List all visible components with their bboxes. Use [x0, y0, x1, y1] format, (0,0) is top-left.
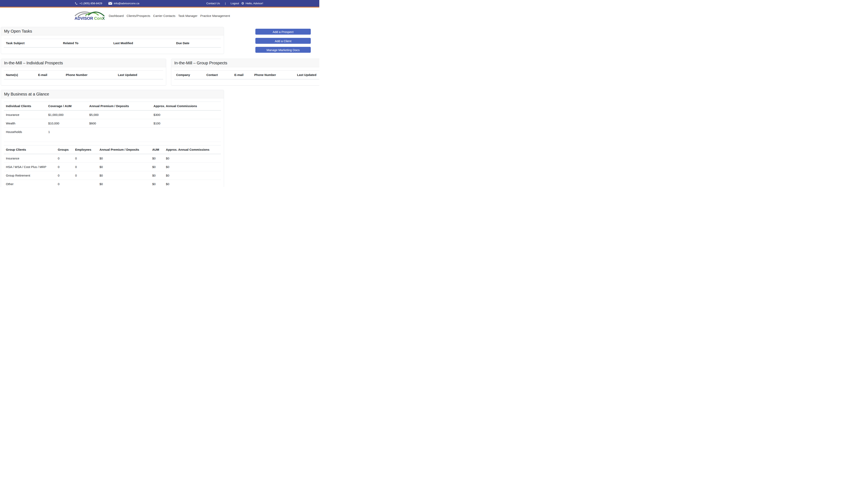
group-prospects-table: CompanyContactE-mailPhone NumberLast Upd…	[174, 70, 319, 79]
column-header: Name(s)	[4, 71, 36, 79]
topbar-user-area: Contact Us | Logout ⚙ Hello, Advisor!	[206, 0, 263, 7]
table-row: Insurance00$0$0$0	[4, 154, 221, 163]
individual-clients-table: Individual ClientsCoverage / AUMAnnual P…	[4, 101, 221, 142]
group-clients-table: Group ClientsGroupsEmployeesAnnual Premi…	[4, 145, 221, 187]
cell: 0	[73, 163, 97, 171]
cell: Insurance	[4, 110, 46, 119]
column-header: Related To	[61, 39, 111, 47]
cell	[151, 128, 221, 142]
cell: Group Retirement	[4, 171, 56, 180]
cell: 0	[56, 171, 73, 180]
cell: $1,000,000	[46, 110, 87, 119]
cell: Other	[4, 180, 56, 187]
cell	[87, 128, 151, 142]
table-row: HSA / WSA / Cost Plus / MRP00$0$0$0	[4, 163, 221, 171]
column-header: Groups	[56, 146, 73, 154]
column-header: Group Clients	[4, 146, 56, 154]
cell: Insurance	[4, 154, 56, 163]
group-prospects-card: In-the-Mill – Group Prospects CompanyCon…	[171, 59, 319, 85]
table-header-row: Group ClientsGroupsEmployeesAnnual Premi…	[4, 146, 221, 154]
column-header: Due Date	[174, 39, 221, 47]
column-header: E-mail	[36, 71, 64, 79]
table-row: Wealth$10,000$600$100	[4, 119, 221, 128]
top-utility-bar: +1 (905) 856-8429 info@advisorconx.ca Co…	[0, 0, 319, 8]
manage-marketing-docs-button[interactable]: Manage Marketing Docs	[255, 47, 311, 53]
cell: $10,000	[46, 119, 87, 128]
column-header: Approx. Annual Commissions	[151, 102, 221, 111]
table-header-row: CompanyContactE-mailPhone NumberLast Upd…	[174, 71, 319, 79]
open-tasks-table: Task SubjectRelated ToLast ModifiedDue D…	[4, 39, 221, 47]
table-row: Households1	[4, 128, 221, 142]
my-open-tasks-card: My Open Tasks Task SubjectRelated ToLast…	[1, 27, 224, 54]
cell: $0	[164, 154, 221, 163]
cell: $0	[97, 163, 150, 171]
column-header: Company	[174, 71, 204, 79]
section-title-business-glance: My Business at a Glance	[1, 90, 224, 98]
contact-us-link[interactable]: Contact Us	[206, 2, 220, 5]
table-row: Other0$0$0$0	[4, 180, 221, 187]
column-header: Last Updated	[295, 71, 319, 79]
business-at-a-glance-card: My Business at a Glance Individual Clien…	[1, 90, 224, 187]
cell: $0	[164, 171, 221, 180]
logout-link[interactable]: Logout	[231, 2, 239, 5]
nav-item-clients-prospects[interactable]: Clients/Prospects	[125, 14, 152, 17]
column-header: Annual Premium / Deposits	[97, 146, 150, 154]
cell: Wealth	[4, 119, 46, 128]
phone-icon	[75, 2, 78, 5]
cell: $0	[150, 180, 164, 187]
column-header: Phone Number	[64, 71, 116, 79]
cell: 0	[56, 154, 73, 163]
cell: 0	[56, 180, 73, 187]
column-header: Last Updated	[116, 71, 163, 79]
column-header: Task Subject	[4, 39, 61, 47]
column-header: Contact	[204, 71, 232, 79]
cell: $0	[150, 154, 164, 163]
envelope-icon	[108, 2, 112, 5]
topbar-phone-link[interactable]: +1 (905) 856-8429	[79, 2, 102, 5]
cell: $0	[164, 163, 221, 171]
table-row: Group Retirement00$0$0$0	[4, 171, 221, 180]
cell: $0	[97, 171, 150, 180]
gear-icon[interactable]: ⚙	[241, 2, 244, 5]
cell: $0	[150, 163, 164, 171]
cell: 1	[46, 128, 87, 142]
cell	[73, 180, 97, 187]
column-header: Coverage / AUM	[46, 102, 87, 111]
nav-item-practice-management[interactable]: Practice Management	[199, 14, 232, 17]
column-header: Employees	[73, 146, 97, 154]
column-header: E-mail	[232, 71, 252, 79]
cell: 0	[56, 163, 73, 171]
cell: $600	[87, 119, 151, 128]
add-a-client-button[interactable]: Add a Client	[255, 38, 311, 44]
nav-item-carrier-contacts[interactable]: Carrier Contacts	[152, 14, 177, 17]
cell: HSA / WSA / Cost Plus / MRP	[4, 163, 56, 171]
topbar-separator: |	[225, 2, 226, 5]
add-a-prospect-button[interactable]: Add a Prospect	[255, 29, 311, 35]
cell: $100	[151, 119, 221, 128]
column-header: Last Modified	[111, 39, 174, 47]
table-header-row: Individual ClientsCoverage / AUMAnnual P…	[4, 102, 221, 111]
table-header-row: Task SubjectRelated ToLast ModifiedDue D…	[4, 39, 221, 47]
section-title-individual-prospects: In-the-Mill – Individual Prospects	[1, 59, 166, 67]
nav-item-task-manager[interactable]: Task Manager	[177, 14, 199, 17]
nav-links: Dashboard Clients/Prospects Carrier Cont…	[107, 8, 231, 24]
section-title-group-prospects: In-the-Mill – Group Prospects	[171, 59, 319, 67]
column-header: Phone Number	[252, 71, 295, 79]
topbar-email-link[interactable]: info@advisorconx.ca	[114, 2, 139, 5]
section-title-open-tasks: My Open Tasks	[1, 27, 224, 36]
svg-text:ADVISORConX: ADVISORConX	[74, 16, 105, 21]
column-header: AUM	[150, 146, 164, 154]
main-navbar: ADVISORConX Dashboard Clients/Prospects …	[0, 8, 319, 24]
column-header: Approx. Annual Commissions	[164, 146, 221, 154]
individual-prospects-table: Name(s)E-mailPhone NumberLast Updated	[4, 70, 163, 79]
cell: 0	[73, 154, 97, 163]
cell: $0	[97, 154, 150, 163]
cell: $5,000	[87, 110, 151, 119]
cell: $0	[164, 180, 221, 187]
cell: Households	[4, 128, 46, 142]
column-header: Annual Premium / Deposits	[87, 102, 151, 111]
advisorconx-logo[interactable]: ADVISORConX	[74, 10, 105, 21]
nav-item-dashboard[interactable]: Dashboard	[107, 14, 125, 17]
cell: $0	[150, 171, 164, 180]
quick-actions: Add a Prospect Add a Client Manage Marke…	[255, 29, 311, 56]
